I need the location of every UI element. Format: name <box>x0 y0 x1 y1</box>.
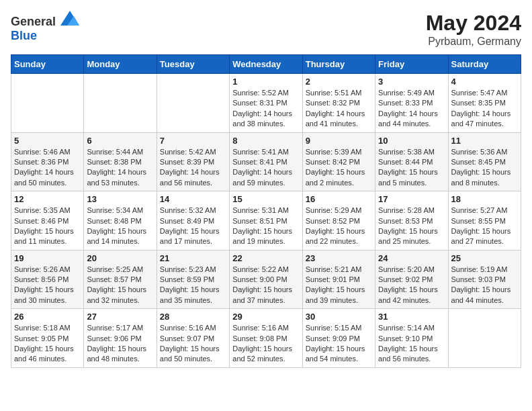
calendar-cell: 22Sunrise: 5:22 AMSunset: 9:00 PMDayligh… <box>230 250 302 309</box>
day-info: Sunrise: 5:34 AMSunset: 8:48 PMDaylight:… <box>87 205 153 247</box>
day-number: 28 <box>160 312 226 322</box>
column-header-wednesday: Wednesday <box>230 55 302 74</box>
calendar-cell: 2Sunrise: 5:51 AMSunset: 8:32 PMDaylight… <box>302 74 375 133</box>
day-number: 11 <box>451 136 518 146</box>
day-number: 16 <box>306 194 372 204</box>
calendar-cell: 14Sunrise: 5:32 AMSunset: 8:49 PMDayligh… <box>157 191 229 250</box>
calendar-cell: 3Sunrise: 5:49 AMSunset: 8:33 PMDaylight… <box>375 74 448 133</box>
day-number: 20 <box>87 253 153 263</box>
day-number: 9 <box>306 136 372 146</box>
day-info: Sunrise: 5:52 AMSunset: 8:31 PMDaylight:… <box>232 88 299 130</box>
day-number: 4 <box>451 77 518 87</box>
calendar-cell: 29Sunrise: 5:16 AMSunset: 9:08 PMDayligh… <box>230 309 302 368</box>
calendar-cell: 28Sunrise: 5:16 AMSunset: 9:07 PMDayligh… <box>157 309 229 368</box>
day-info: Sunrise: 5:26 AMSunset: 8:56 PMDaylight:… <box>14 265 81 306</box>
day-number: 1 <box>232 77 299 87</box>
day-info: Sunrise: 5:21 AMSunset: 9:01 PMDaylight:… <box>306 265 372 306</box>
calendar-cell <box>11 74 84 133</box>
calendar-cell: 17Sunrise: 5:28 AMSunset: 8:53 PMDayligh… <box>375 191 448 250</box>
logo-text: General Blue <box>11 11 79 43</box>
day-number: 15 <box>232 194 299 204</box>
logo-general: General <box>11 15 56 28</box>
day-info: Sunrise: 5:19 AMSunset: 9:03 PMDaylight:… <box>451 265 518 306</box>
day-number: 31 <box>378 312 445 322</box>
day-info: Sunrise: 5:36 AMSunset: 8:45 PMDaylight:… <box>451 147 518 189</box>
calendar-cell <box>157 74 229 133</box>
calendar-cell: 23Sunrise: 5:21 AMSunset: 9:01 PMDayligh… <box>302 250 375 309</box>
day-number: 19 <box>14 253 81 263</box>
calendar-cell: 27Sunrise: 5:17 AMSunset: 9:06 PMDayligh… <box>84 309 157 368</box>
calendar-cell: 9Sunrise: 5:39 AMSunset: 8:42 PMDaylight… <box>302 132 375 191</box>
calendar-cell: 12Sunrise: 5:35 AMSunset: 8:46 PMDayligh… <box>11 191 84 250</box>
day-info: Sunrise: 5:35 AMSunset: 8:46 PMDaylight:… <box>14 205 81 247</box>
day-info: Sunrise: 5:15 AMSunset: 9:09 PMDaylight:… <box>306 323 372 365</box>
day-number: 8 <box>232 136 299 146</box>
day-number: 17 <box>378 194 445 204</box>
day-info: Sunrise: 5:39 AMSunset: 8:42 PMDaylight:… <box>306 147 372 189</box>
calendar-cell: 18Sunrise: 5:27 AMSunset: 8:55 PMDayligh… <box>448 191 521 250</box>
calendar-header-row: SundayMondayTuesdayWednesdayThursdayFrid… <box>11 55 521 74</box>
calendar-week-row: 5Sunrise: 5:46 AMSunset: 8:36 PMDaylight… <box>11 132 521 191</box>
day-number: 25 <box>451 253 518 263</box>
calendar-cell: 24Sunrise: 5:20 AMSunset: 9:02 PMDayligh… <box>375 250 448 309</box>
day-info: Sunrise: 5:16 AMSunset: 9:07 PMDaylight:… <box>160 323 226 365</box>
calendar-cell: 26Sunrise: 5:18 AMSunset: 9:05 PMDayligh… <box>11 309 84 368</box>
calendar-cell: 7Sunrise: 5:42 AMSunset: 8:39 PMDaylight… <box>157 132 229 191</box>
day-info: Sunrise: 5:44 AMSunset: 8:38 PMDaylight:… <box>87 147 153 189</box>
calendar-cell <box>84 74 157 133</box>
day-number: 24 <box>378 253 445 263</box>
day-number: 7 <box>160 136 226 146</box>
day-info: Sunrise: 5:29 AMSunset: 8:52 PMDaylight:… <box>306 205 372 247</box>
column-header-tuesday: Tuesday <box>157 55 229 74</box>
day-info: Sunrise: 5:16 AMSunset: 9:08 PMDaylight:… <box>232 323 299 365</box>
day-number: 14 <box>160 194 226 204</box>
calendar-cell: 10Sunrise: 5:38 AMSunset: 8:44 PMDayligh… <box>375 132 448 191</box>
day-number: 6 <box>87 136 153 146</box>
day-info: Sunrise: 5:20 AMSunset: 9:02 PMDaylight:… <box>378 265 445 306</box>
calendar-cell: 19Sunrise: 5:26 AMSunset: 8:56 PMDayligh… <box>11 250 84 309</box>
day-number: 27 <box>87 312 153 322</box>
column-header-friday: Friday <box>375 55 448 74</box>
calendar-cell: 15Sunrise: 5:31 AMSunset: 8:51 PMDayligh… <box>230 191 302 250</box>
day-number: 12 <box>14 194 81 204</box>
day-info: Sunrise: 5:46 AMSunset: 8:36 PMDaylight:… <box>14 147 81 189</box>
day-info: Sunrise: 5:47 AMSunset: 8:35 PMDaylight:… <box>451 88 518 130</box>
calendar-week-row: 1Sunrise: 5:52 AMSunset: 8:31 PMDaylight… <box>11 74 521 133</box>
calendar-week-row: 12Sunrise: 5:35 AMSunset: 8:46 PMDayligh… <box>11 191 521 250</box>
day-number: 18 <box>451 194 518 204</box>
month-title: May 2024 <box>426 11 521 36</box>
day-info: Sunrise: 5:31 AMSunset: 8:51 PMDaylight:… <box>232 205 299 247</box>
logo-blue: Blue <box>11 29 37 42</box>
calendar-table: SundayMondayTuesdayWednesdayThursdayFrid… <box>11 54 521 368</box>
calendar-cell: 16Sunrise: 5:29 AMSunset: 8:52 PMDayligh… <box>302 191 375 250</box>
day-info: Sunrise: 5:28 AMSunset: 8:53 PMDaylight:… <box>378 205 445 247</box>
day-info: Sunrise: 5:27 AMSunset: 8:55 PMDaylight:… <box>451 205 518 247</box>
location-title: Pyrbaum, Germany <box>426 36 521 48</box>
calendar-cell: 21Sunrise: 5:23 AMSunset: 8:59 PMDayligh… <box>157 250 229 309</box>
column-header-saturday: Saturday <box>448 55 521 74</box>
calendar-cell: 11Sunrise: 5:36 AMSunset: 8:45 PMDayligh… <box>448 132 521 191</box>
calendar-cell: 4Sunrise: 5:47 AMSunset: 8:35 PMDaylight… <box>448 74 521 133</box>
calendar-cell <box>448 309 521 368</box>
calendar-cell: 8Sunrise: 5:41 AMSunset: 8:41 PMDaylight… <box>230 132 302 191</box>
column-header-monday: Monday <box>84 55 157 74</box>
calendar-cell: 25Sunrise: 5:19 AMSunset: 9:03 PMDayligh… <box>448 250 521 309</box>
day-number: 2 <box>306 77 372 87</box>
day-number: 23 <box>306 253 372 263</box>
day-info: Sunrise: 5:18 AMSunset: 9:05 PMDaylight:… <box>14 323 81 365</box>
calendar-cell: 1Sunrise: 5:52 AMSunset: 8:31 PMDaylight… <box>230 74 302 133</box>
logo: General Blue <box>11 11 79 43</box>
day-number: 5 <box>14 136 81 146</box>
day-info: Sunrise: 5:49 AMSunset: 8:33 PMDaylight:… <box>378 88 445 130</box>
day-number: 10 <box>378 136 445 146</box>
calendar-cell: 5Sunrise: 5:46 AMSunset: 8:36 PMDaylight… <box>11 132 84 191</box>
day-info: Sunrise: 5:51 AMSunset: 8:32 PMDaylight:… <box>306 88 372 130</box>
day-number: 29 <box>232 312 299 322</box>
day-info: Sunrise: 5:38 AMSunset: 8:44 PMDaylight:… <box>378 147 445 189</box>
calendar-week-row: 19Sunrise: 5:26 AMSunset: 8:56 PMDayligh… <box>11 250 521 309</box>
calendar-cell: 31Sunrise: 5:14 AMSunset: 9:10 PMDayligh… <box>375 309 448 368</box>
calendar-cell: 20Sunrise: 5:25 AMSunset: 8:57 PMDayligh… <box>84 250 157 309</box>
calendar-cell: 30Sunrise: 5:15 AMSunset: 9:09 PMDayligh… <box>302 309 375 368</box>
day-info: Sunrise: 5:41 AMSunset: 8:41 PMDaylight:… <box>232 147 299 189</box>
day-info: Sunrise: 5:32 AMSunset: 8:49 PMDaylight:… <box>160 205 226 247</box>
